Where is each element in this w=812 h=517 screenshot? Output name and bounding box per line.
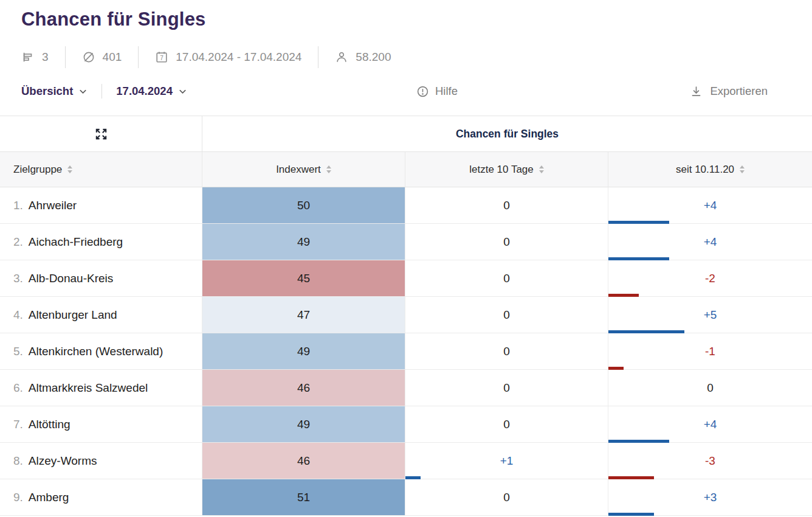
- export-button[interactable]: Exportieren: [690, 79, 768, 103]
- table-corner-cell: [0, 116, 202, 151]
- since-value: +4: [704, 235, 717, 249]
- sort-icon: [539, 165, 544, 173]
- help-button[interactable]: Hilfe: [416, 79, 458, 103]
- since-cell: +4: [608, 406, 812, 442]
- row-name: Altötting: [29, 418, 71, 431]
- zielgruppe-cell: 7. Altötting: [0, 406, 202, 442]
- since-cell: -1: [608, 333, 812, 369]
- row-name: Alzey-Worms: [29, 454, 97, 468]
- table-row: 4. Altenburger Land 47 0 +5: [0, 297, 812, 333]
- stat-value: 58.200: [356, 50, 391, 64]
- divider: [318, 46, 318, 68]
- page: Chancen für Singles 3 401 7: [0, 9, 812, 517]
- since-value: +3: [704, 491, 717, 504]
- stat-value: 401: [103, 50, 122, 64]
- calendar-icon: 7: [155, 50, 168, 64]
- row-name: Altmarkkreis Salzwedel: [29, 381, 148, 395]
- index-value: 46: [297, 381, 310, 395]
- index-value: 49: [297, 235, 310, 249]
- stat-value: 17.04.2024 - 17.04.2024: [176, 50, 301, 64]
- stat-daterange: 7 17.04.2024 - 17.04.2024: [155, 50, 301, 64]
- export-label: Exportieren: [710, 85, 768, 98]
- date-dropdown[interactable]: 17.04.2024: [116, 85, 187, 98]
- sort-icon: [67, 165, 72, 173]
- index-cell: 50: [202, 187, 405, 223]
- help-label: Hilfe: [435, 85, 458, 98]
- since-cell: -3: [608, 443, 812, 479]
- stats-row: 3 401 7 17.04.2024 - 17.04.2024: [21, 46, 812, 68]
- zielgruppe-cell: 5. Altenkirchen (Westerwald): [0, 333, 202, 369]
- column-header-zielgruppe[interactable]: Zielgruppe: [0, 152, 202, 187]
- since-value: -1: [705, 345, 715, 358]
- zielgruppe-cell: 8. Alzey-Worms: [0, 443, 202, 479]
- row-name: Altenkirchen (Westerwald): [29, 345, 163, 358]
- last10-value: +1: [500, 454, 514, 468]
- column-header-seit[interactable]: seit 10.11.20: [608, 152, 812, 187]
- divider: [138, 46, 139, 68]
- row-name: Aichach-Friedberg: [29, 235, 123, 249]
- column-header-indexwert[interactable]: Indexwert: [202, 152, 405, 187]
- index-cell: 46: [202, 443, 405, 479]
- last10-cell: 0: [405, 260, 608, 296]
- delta-bar: [608, 257, 669, 260]
- view-dropdown-label: Übersicht: [21, 85, 73, 98]
- last10-value: 0: [503, 418, 510, 431]
- last10-value: 0: [503, 491, 510, 504]
- index-cell: 51: [202, 479, 405, 515]
- row-rank: 5.: [13, 345, 23, 358]
- delta-bar: [608, 367, 624, 370]
- last10-cell: 0: [405, 333, 608, 369]
- since-cell: +5: [608, 297, 812, 333]
- index-cell: 49: [202, 333, 405, 369]
- row-rank: 2.: [13, 235, 23, 249]
- zielgruppe-cell: 3. Alb-Donau-Kreis: [0, 260, 202, 296]
- since-value: +4: [704, 199, 717, 212]
- stat-days: 3: [21, 50, 49, 64]
- delta-bar: [608, 440, 669, 443]
- last10-value: 0: [503, 272, 510, 285]
- chevron-down-icon: [178, 87, 187, 96]
- view-dropdown[interactable]: Übersicht: [21, 85, 88, 98]
- since-cell: +4: [608, 224, 812, 260]
- delta-bar: [608, 476, 654, 479]
- row-rank: 8.: [13, 454, 23, 468]
- table-row: 8. Alzey-Worms 46 +1 -3: [0, 443, 812, 479]
- since-value: -2: [705, 272, 715, 285]
- person-icon: [335, 50, 348, 64]
- since-cell: +3: [608, 479, 812, 515]
- date-dropdown-label: 17.04.2024: [116, 85, 173, 98]
- last10-value: 0: [503, 345, 510, 358]
- since-value: -3: [705, 454, 715, 468]
- table-row: 2. Aichach-Friedberg 49 0 +4: [0, 224, 812, 260]
- index-value: 49: [297, 418, 310, 431]
- column-header-letzte-10-tage[interactable]: letzte 10 Tage: [405, 152, 608, 187]
- zielgruppe-cell: 1. Ahrweiler: [0, 187, 202, 223]
- last10-value: 0: [503, 199, 510, 212]
- table-row: 6. Altmarkkreis Salzwedel 46 0 0: [0, 370, 812, 406]
- chevron-down-icon: [78, 87, 88, 96]
- page-title: Chancen für Singles: [21, 9, 812, 30]
- data-table: Chancen für Singles Zielgruppe Indexwert…: [0, 116, 812, 516]
- row-rank: 6.: [13, 381, 23, 395]
- row-name: Ahrweiler: [29, 199, 77, 212]
- since-value: 0: [707, 381, 714, 395]
- last10-value: 0: [503, 308, 510, 322]
- index-value: 50: [297, 199, 310, 212]
- download-icon: [690, 85, 703, 98]
- table-row: 7. Altötting 49 0 +4: [0, 406, 812, 443]
- zielgruppe-cell: 2. Aichach-Friedberg: [0, 224, 202, 260]
- index-value: 49: [297, 345, 310, 358]
- delta-bar: [608, 330, 684, 333]
- row-rank: 4.: [13, 308, 23, 322]
- since-value: +4: [704, 418, 717, 431]
- row-name: Alb-Donau-Kreis: [29, 272, 113, 285]
- since-cell: +4: [608, 187, 812, 223]
- row-name: Amberg: [29, 491, 69, 504]
- expand-icon[interactable]: [94, 127, 108, 141]
- zielgruppe-cell: 9. Amberg: [0, 479, 202, 515]
- help-icon: [416, 85, 429, 98]
- sort-icon: [326, 165, 331, 173]
- divider: [65, 46, 66, 68]
- since-cell: -2: [608, 260, 812, 296]
- last10-cell: 0: [405, 479, 608, 515]
